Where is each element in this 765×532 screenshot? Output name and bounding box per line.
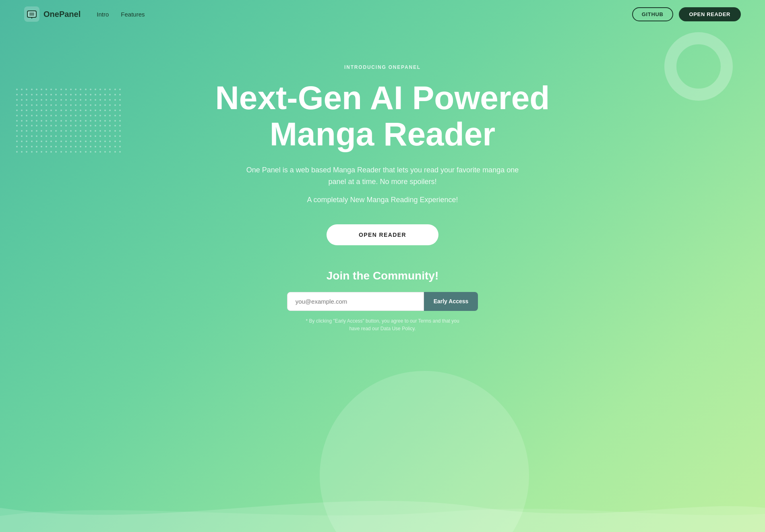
navbar: OnePanel Intro Features GITHUB OPEN READ… xyxy=(0,0,765,28)
nav-link-intro[interactable]: Intro xyxy=(97,11,109,18)
hero-description: One Panel is a web based Manga Reader th… xyxy=(242,164,523,188)
wave-decoration-bottom xyxy=(0,484,765,532)
hero-title: Next-Gen AI Powered Manga Reader xyxy=(201,80,564,152)
brand-name: OnePanel xyxy=(43,10,81,19)
open-reader-nav-button[interactable]: OPEN READER xyxy=(679,7,741,21)
svg-rect-1 xyxy=(29,12,34,16)
hero-intro-label: INTRODUCING ONEPANEL xyxy=(0,64,765,70)
circle-decoration-bottom-center xyxy=(320,371,529,532)
community-title: Join the Community! xyxy=(0,269,765,282)
nav-actions: GITHUB OPEN READER xyxy=(632,7,741,21)
logo-icon xyxy=(24,6,39,22)
nav-link-features[interactable]: Features xyxy=(121,11,145,18)
community-form: Early Access xyxy=(0,292,765,311)
main-content: INTRODUCING ONEPANEL Next-Gen AI Powered… xyxy=(0,0,765,365)
github-button[interactable]: GITHUB xyxy=(632,7,673,21)
community-section: Join the Community! Early Access * By cl… xyxy=(0,269,765,365)
hero-tagline: A completaly New Manga Reading Experienc… xyxy=(0,196,765,204)
open-reader-hero-button[interactable]: OPEN READER xyxy=(327,224,438,245)
nav-links: Intro Features xyxy=(97,11,145,18)
hero-section: INTRODUCING ONEPANEL Next-Gen AI Powered… xyxy=(0,0,765,269)
early-access-button[interactable]: Early Access xyxy=(424,292,478,311)
email-input[interactable] xyxy=(287,292,424,311)
nav-logo[interactable]: OnePanel xyxy=(24,6,81,22)
community-disclaimer: * By clicking "Early Access" button, you… xyxy=(302,317,463,333)
